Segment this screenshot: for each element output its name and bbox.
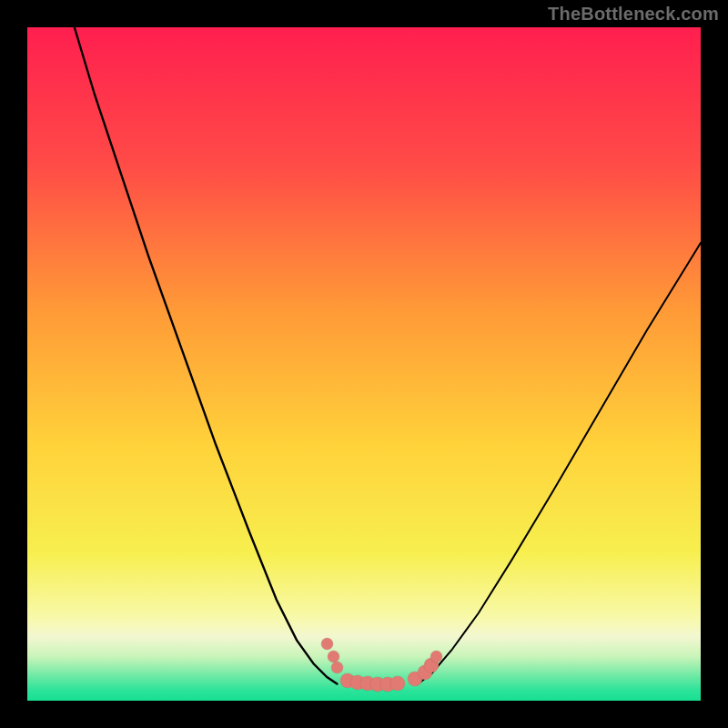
plot-area <box>27 27 701 701</box>
valley-dot <box>321 638 333 650</box>
dots-layer <box>27 27 701 701</box>
valley-dot <box>430 651 442 662</box>
valley-dot <box>331 662 343 673</box>
chart-stage: TheBottleneck.com <box>0 0 728 728</box>
watermark-text: TheBottleneck.com <box>548 4 719 25</box>
valley-dot <box>390 676 405 691</box>
